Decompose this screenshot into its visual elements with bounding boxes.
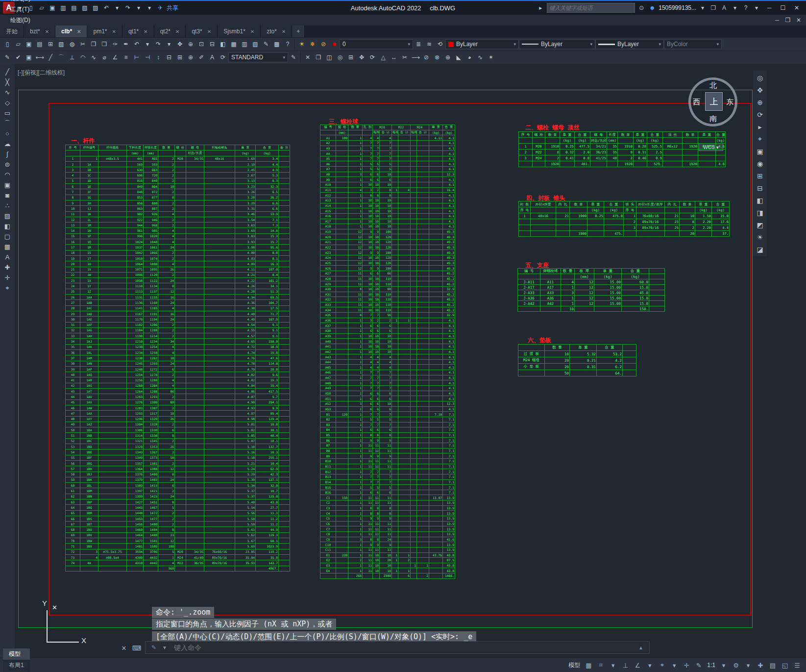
- annotation-monitor-icon[interactable]: ✒: [121, 39, 131, 49]
- undo-icon[interactable]: ↶: [101, 3, 111, 13]
- redo-icon[interactable]: ↷: [123, 3, 133, 13]
- dimension-edit-icon[interactable]: ✐: [196, 52, 206, 62]
- tab-close-icon[interactable]: ✕: [45, 29, 49, 34]
- plot-icon[interactable]: ▨: [91, 3, 100, 13]
- materials-icon[interactable]: ◩: [754, 219, 766, 231]
- copy-icon[interactable]: ❐: [89, 39, 98, 49]
- file-tab-[interactable]: +: [292, 25, 305, 37]
- arc-length-dimension-icon[interactable]: ⌒: [56, 52, 66, 62]
- menu-工具(T)[interactable]: 工具(T): [5, 4, 37, 15]
- ellipse-arc-icon[interactable]: ◠: [1, 170, 13, 180]
- dimension-text-edit-icon[interactable]: A: [207, 52, 217, 62]
- show-motion-icon[interactable]: ▸: [754, 121, 766, 133]
- rotate-icon[interactable]: ⟳: [367, 52, 377, 62]
- units-toggle[interactable]: ▤: [767, 660, 778, 670]
- polar-tracking-toggle[interactable]: ∠: [632, 660, 643, 670]
- undo-dropdown-icon[interactable]: ▾: [112, 3, 122, 13]
- tab-close-icon[interactable]: ✕: [282, 29, 286, 34]
- join-icon[interactable]: ⊕: [443, 52, 453, 62]
- explode-icon[interactable]: ✴: [486, 52, 496, 62]
- help-icon[interactable]: ?: [283, 39, 293, 49]
- block-check-icon[interactable]: ✔: [13, 52, 23, 62]
- isolate-objects-toggle[interactable]: ◱: [780, 660, 790, 670]
- array-icon[interactable]: ⊞: [346, 52, 356, 62]
- menu-绘图(D)[interactable]: 绘图(D): [5, 15, 37, 25]
- break-icon[interactable]: ⊗: [432, 52, 442, 62]
- circle-icon[interactable]: ○: [1, 128, 13, 139]
- a-dropdown-icon[interactable]: ▾: [730, 3, 740, 13]
- view-manager-icon[interactable]: ▣: [754, 145, 766, 157]
- offset-icon[interactable]: ◎: [335, 52, 345, 62]
- tolerance-icon[interactable]: ⊞: [175, 52, 185, 62]
- command-dropdown-icon[interactable]: ▾: [160, 643, 170, 652]
- dimension-break-icon[interactable]: ⊟: [164, 52, 174, 62]
- zoom-extents-icon[interactable]: ⊕: [754, 96, 766, 108]
- trim-icon[interactable]: ✂: [400, 52, 410, 62]
- layer-states-icon[interactable]: ≋: [424, 39, 434, 49]
- mirror-icon[interactable]: ◫: [324, 52, 334, 62]
- measure-icon[interactable]: ⌖: [1, 283, 13, 293]
- help-dropdown-icon[interactable]: ▾: [752, 3, 761, 13]
- section-plane-icon[interactable]: ◪: [754, 243, 766, 255]
- plot-icon[interactable]: ▤: [35, 39, 45, 49]
- autodesk-a-icon[interactable]: A: [719, 3, 729, 13]
- quick-dimension-icon[interactable]: ≡: [121, 52, 131, 62]
- command-pencil-icon[interactable]: ✎: [149, 643, 159, 652]
- cut-icon[interactable]: ✂: [78, 39, 88, 49]
- layout1-tab[interactable]: 布局1: [3, 660, 30, 671]
- center-mark-icon[interactable]: ⊕: [186, 52, 195, 62]
- dynamic-input-toggle[interactable]: ✎: [693, 660, 704, 670]
- make-block-icon[interactable]: ◙: [1, 190, 13, 200]
- grid-toggle[interactable]: ▦: [583, 660, 594, 670]
- line-icon[interactable]: ╱: [1, 67, 13, 77]
- help-icon[interactable]: ?: [741, 3, 751, 13]
- hatch-icon[interactable]: ▨: [1, 211, 13, 221]
- maximize-button[interactable]: ☐: [777, 2, 789, 13]
- file-tab-qt1[interactable]: qt1*✕: [122, 25, 154, 37]
- polyline-icon[interactable]: ∿: [1, 87, 13, 98]
- compass-south[interactable]: 南: [709, 114, 717, 124]
- snap-toggle[interactable]: ⌗: [595, 660, 606, 670]
- snap-tracking-toggle[interactable]: ✛: [681, 660, 692, 670]
- search-expand-icon[interactable]: ▸: [536, 3, 545, 13]
- move-icon[interactable]: ✥: [357, 52, 366, 62]
- open-file-icon[interactable]: ▱: [13, 39, 23, 49]
- doc-minimize-icon[interactable]: ─: [772, 15, 782, 25]
- properties-palette-icon[interactable]: ◧: [218, 39, 228, 49]
- file-tab-bzt[interactable]: bzt*✕: [24, 25, 55, 37]
- sheet-views-icon[interactable]: ⊞: [754, 170, 766, 182]
- zoom-realtime-icon[interactable]: ⊕: [186, 39, 195, 49]
- render-icon[interactable]: ◨: [754, 206, 766, 219]
- tab-close-icon[interactable]: ✕: [112, 29, 116, 34]
- recent-commands-icon[interactable]: ⌨: [132, 643, 142, 653]
- save-icon[interactable]: ▣: [24, 39, 34, 49]
- search-input[interactable]: [547, 3, 635, 13]
- layer-freeze-icon[interactable]: ❄: [308, 39, 318, 49]
- match-properties-icon[interactable]: ✑: [110, 39, 120, 49]
- quick-calc-icon[interactable]: ▩: [272, 39, 282, 49]
- aligned-dimension-icon[interactable]: ╱: [46, 52, 55, 62]
- baseline-dimension-icon[interactable]: ⊢: [132, 52, 142, 62]
- ucs-dialog-icon[interactable]: ⌖: [754, 133, 766, 145]
- user-icon[interactable]: ☻: [647, 3, 657, 13]
- dimension-style-icon[interactable]: ✎: [289, 52, 298, 62]
- app-store-icon[interactable]: ❒: [708, 3, 718, 13]
- file-tab-sjsmb1[interactable]: Sjsmb1*✕: [218, 25, 261, 37]
- publish-icon[interactable]: ▨: [56, 39, 66, 49]
- lights-icon[interactable]: ☀: [754, 231, 766, 243]
- diameter-dimension-icon[interactable]: ⌀: [99, 52, 109, 62]
- copy-object-icon[interactable]: ❐: [314, 52, 323, 62]
- snap-dropdown-icon[interactable]: ▾: [608, 660, 618, 670]
- close-button[interactable]: ✕: [790, 2, 803, 13]
- tab-close-icon[interactable]: ✕: [207, 29, 211, 34]
- tool-palettes-icon[interactable]: ▥: [240, 39, 249, 49]
- block-save-icon[interactable]: ▣: [24, 52, 34, 62]
- color-combo[interactable]: ByLayer ▾: [445, 39, 519, 49]
- redo-dropdown-icon[interactable]: ▾: [134, 3, 144, 13]
- annotation-scale[interactable]: 1:1: [705, 662, 717, 669]
- 3dconnexion-icon[interactable]: ◍: [67, 39, 77, 49]
- annotation-scale-dropdown-icon[interactable]: ▾: [718, 660, 729, 670]
- polygon-icon[interactable]: ◇: [1, 98, 13, 108]
- tab-close-icon[interactable]: ✕: [175, 29, 179, 34]
- object-snap-toggle[interactable]: ⌖: [657, 660, 667, 670]
